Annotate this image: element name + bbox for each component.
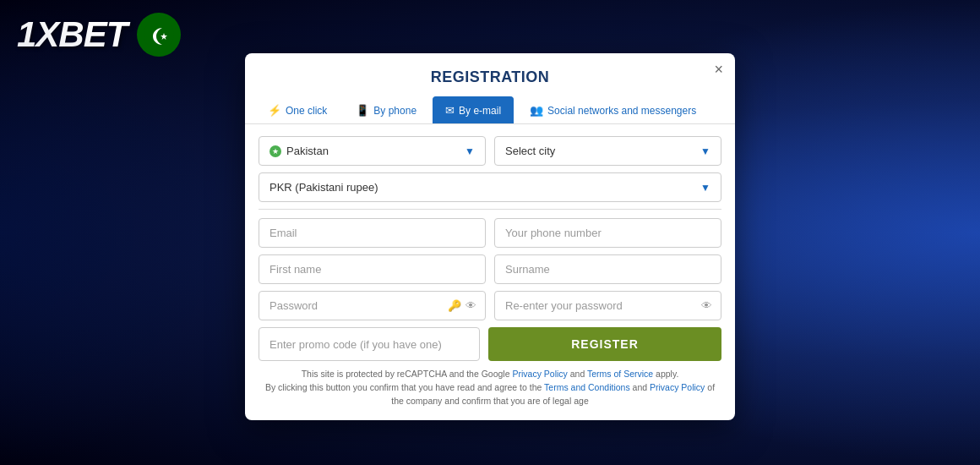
lightning-icon: ⚡	[268, 104, 281, 117]
footer-line2: By clicking this button you confirm that…	[259, 381, 721, 408]
country-city-row: ★ Pakistan ▼ Select city ▼	[259, 136, 721, 166]
tab-by-phone-label: By phone	[373, 105, 416, 117]
surname-input[interactable]	[494, 254, 721, 284]
tab-one-click[interactable]: ⚡ One click	[255, 96, 340, 123]
password-key-icon[interactable]: 🔑	[448, 299, 461, 312]
privacy-policy2-link[interactable]: Privacy Policy	[650, 382, 705, 392]
city-placeholder: Select city	[505, 145, 555, 157]
city-select[interactable]: Select city ▼	[494, 136, 721, 166]
email-icon: ✉	[445, 104, 455, 117]
password-toggle-icon[interactable]: 👁	[466, 299, 476, 312]
city-chevron-icon: ▼	[700, 145, 710, 157]
currency-chevron-icon: ▼	[700, 182, 710, 194]
modal-title: REGISTRATION	[245, 53, 735, 96]
modal-overlay: × REGISTRATION ⚡ One click 📱 By phone ✉ …	[0, 0, 980, 465]
name-row	[259, 254, 721, 284]
social-icon: 👥	[530, 104, 543, 117]
password-row: 🔑 👁 👁	[259, 291, 721, 320]
promo-register-row: REGISTER	[259, 327, 721, 361]
promo-input[interactable]	[259, 327, 480, 361]
registration-modal: × REGISTRATION ⚡ One click 📱 By phone ✉ …	[245, 53, 735, 419]
phone-icon: 📱	[356, 104, 369, 117]
close-button[interactable]: ×	[714, 62, 723, 77]
confirm-password-toggle-icon[interactable]: 👁	[701, 299, 712, 312]
email-phone-row	[259, 218, 721, 248]
currency-label: PKR (Pakistani rupee)	[270, 181, 378, 194]
registration-tabs: ⚡ One click 📱 By phone ✉ By e-mail 👥 Soc…	[245, 96, 735, 124]
privacy-policy-link[interactable]: Privacy Policy	[512, 369, 567, 379]
tab-by-email-label: By e-mail	[459, 105, 501, 117]
tab-social-label: Social networks and messengers	[547, 105, 696, 117]
tab-one-click-label: One click	[286, 105, 327, 117]
password-wrapper: 🔑 👁	[259, 291, 486, 320]
form-body: ★ Pakistan ▼ Select city ▼ PKR (Pakistan…	[245, 124, 735, 419]
country-label: Pakistan	[286, 145, 329, 157]
terms-service-link[interactable]: Terms of Service	[587, 369, 653, 379]
footer-legal: This site is protected by reCAPTCHA and …	[259, 368, 721, 408]
tab-by-phone[interactable]: 📱 By phone	[343, 96, 429, 123]
footer-line1: This site is protected by reCAPTCHA and …	[259, 368, 721, 381]
register-button[interactable]: REGISTER	[488, 327, 721, 361]
tab-by-email[interactable]: ✉ By e-mail	[433, 96, 514, 123]
phone-input[interactable]	[494, 218, 721, 248]
confirm-password-input[interactable]	[495, 292, 701, 320]
email-input[interactable]	[259, 218, 486, 248]
currency-select[interactable]: PKR (Pakistani rupee) ▼	[259, 172, 721, 202]
password-input[interactable]	[259, 292, 448, 320]
currency-row: PKR (Pakistani rupee) ▼	[259, 172, 721, 202]
country-chevron-icon: ▼	[465, 145, 475, 157]
firstname-input[interactable]	[259, 254, 486, 284]
terms-conditions-link[interactable]: Terms and Conditions	[544, 382, 630, 392]
country-select[interactable]: ★ Pakistan ▼	[259, 136, 486, 166]
form-divider	[259, 209, 721, 210]
pakistan-flag-dot: ★	[270, 145, 281, 157]
confirm-password-wrapper: 👁	[494, 291, 721, 320]
tab-social[interactable]: 👥 Social networks and messengers	[517, 96, 709, 123]
